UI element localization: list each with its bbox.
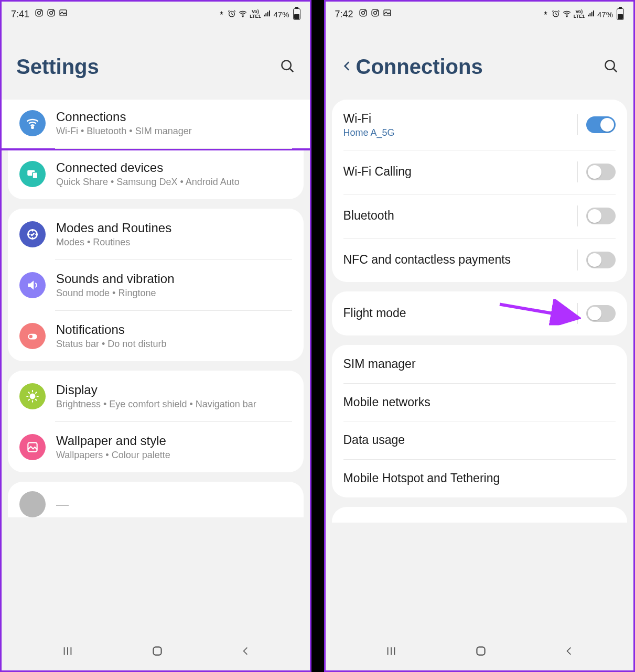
row-hotspot-tethering[interactable]: Mobile Hotspot and Tethering [332,459,628,497]
divider [577,303,578,324]
svg-point-20 [361,12,364,15]
divider [577,250,578,270]
phone-connections: 7:42 Vo)LTE1 47% [324,0,636,672]
row-title: Modes and Routines [56,220,292,236]
wifi-calling-toggle[interactable] [586,164,616,180]
page-title: Connections [356,55,604,79]
row-bluetooth[interactable]: Bluetooth [332,194,628,238]
row-title: Flight mode [343,306,573,321]
row-title: Wi-Fi Calling [343,164,573,179]
svg-point-8 [242,16,243,17]
battery-saver-icon [218,9,225,19]
row-wifi-calling[interactable]: Wi-Fi Calling [332,150,628,194]
svg-point-9 [282,60,291,70]
back-button[interactable] [564,644,574,660]
row-wifi[interactable]: Wi-Fi Home A_5G [332,100,628,150]
row-wallpaper-style[interactable]: Wallpaper and style Wallpapers • Colour … [8,421,304,472]
modes-icon [19,221,46,247]
image-icon [383,8,392,20]
instagram-icon [359,8,368,20]
divider [577,161,578,182]
recents-button[interactable] [384,645,398,659]
back-icon[interactable] [340,59,356,75]
row-title: Mobile networks [343,395,616,410]
wifi-toggle[interactable] [586,116,616,133]
row-subtitle: Wi-Fi • Bluetooth • SIM manager [56,126,292,137]
row-notifications[interactable]: Notifications Status bar • Do not distur… [8,310,304,361]
svg-point-24 [376,10,377,11]
page-header: Settings [2,27,310,100]
search-icon[interactable] [603,58,619,76]
search-icon[interactable] [279,58,295,76]
row-title: Wi-Fi [343,111,573,126]
svg-point-2 [41,10,41,11]
svg-point-28 [605,60,615,70]
row-truncated[interactable]: — [8,482,304,517]
signal-icon [263,9,271,19]
settings-list[interactable]: Connections Wi-Fi • Bluetooth • SIM mana… [2,100,310,634]
row-title: Bluetooth [343,208,573,223]
wifi-icon [562,9,572,20]
battery-icon [617,8,624,20]
battery-percent: 47% [597,10,613,19]
svg-point-27 [566,16,567,17]
instagram-icon [371,8,380,20]
battery-percent: 47% [273,10,289,19]
divider [577,205,578,226]
svg-point-10 [31,126,33,128]
svg-point-5 [53,10,53,11]
row-title: Data usage [343,432,616,448]
unknown-icon [19,491,46,517]
row-title: Sounds and vibration [56,271,292,287]
svg-point-23 [373,12,376,15]
svg-rect-18 [153,647,161,655]
row-modes-routines[interactable]: Modes and Routines Modes • Routines [8,209,304,259]
alarm-icon [228,9,236,19]
row-subtitle: Brightness • Eye comfort shield • Naviga… [56,399,292,410]
row-sim-manager[interactable]: SIM manager [332,345,628,383]
row-connected-devices[interactable]: Connected devices Quick Share • Samsung … [8,148,304,199]
navbar [326,634,634,670]
status-right: Vo)LTE1 47% [542,8,624,20]
row-title: Display [56,382,292,398]
svg-point-21 [364,10,365,11]
notifications-icon [19,323,46,349]
row-subtitle: Quick Share • Samsung DeX • Android Auto [56,177,292,188]
instagram-icon [35,8,44,20]
display-icon [19,383,46,409]
row-subtitle: Sound mode • Ringtone [56,288,292,299]
wallpaper-icon [19,434,46,460]
battery-icon [293,8,300,20]
svg-point-16 [30,393,36,399]
bluetooth-toggle[interactable] [586,208,616,224]
flight-mode-toggle[interactable] [586,305,616,322]
navbar [2,634,310,670]
status-bar: 7:42 Vo)LTE1 47% [326,2,634,27]
svg-point-15 [29,334,33,338]
svg-rect-17 [28,442,37,451]
row-truncated[interactable] [332,507,628,523]
recents-button[interactable] [61,645,74,659]
row-subtitle: Modes • Routines [56,237,292,248]
phone-settings: 7:41 Vo)LTE1 47% [0,0,311,672]
row-nfc[interactable]: NFC and contactless payments [332,238,628,282]
row-title: Notifications [56,322,292,338]
page-title: Settings [16,55,279,79]
row-connections[interactable]: Connections Wi-Fi • Bluetooth • SIM mana… [2,100,310,148]
back-button[interactable] [240,644,251,660]
row-display[interactable]: Display Brightness • Eye comfort shield … [8,371,304,421]
row-title: Mobile Hotspot and Tethering [343,471,616,486]
row-mobile-networks[interactable]: Mobile networks [332,383,628,421]
row-data-usage[interactable]: Data usage [332,421,628,459]
home-button[interactable] [150,644,164,660]
status-time: 7:41 [11,9,29,20]
signal-icon [587,9,595,19]
nfc-toggle[interactable] [586,252,616,268]
status-bar: 7:41 Vo)LTE1 47% [2,2,310,27]
home-button[interactable] [474,644,488,660]
connections-list[interactable]: Wi-Fi Home A_5G Wi-Fi Calling Bluetooth … [326,100,634,634]
row-sounds-vibration[interactable]: Sounds and vibration Sound mode • Ringto… [8,259,304,310]
row-title: Connected devices [56,160,292,176]
alarm-icon [552,9,560,19]
row-flight-mode[interactable]: Flight mode [332,291,628,335]
